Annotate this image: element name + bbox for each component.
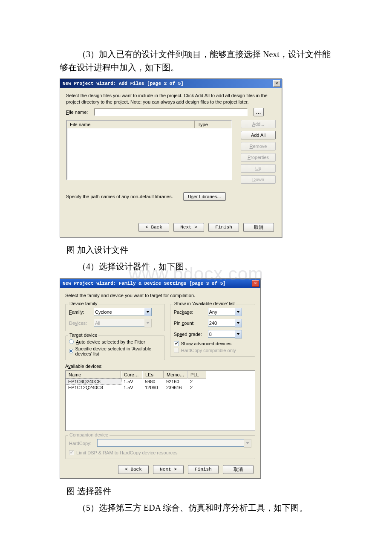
package-dropdown[interactable]: Any <box>208 308 242 316</box>
family-label: Family: <box>69 309 91 315</box>
pin-dropdown[interactable]: 240 <box>208 319 242 327</box>
hardcopy-label: HardCopy: <box>69 441 95 446</box>
addall-button[interactable]: Add All <box>241 131 276 139</box>
cell-name: EP1C12Q240C8 <box>66 384 121 390</box>
table-row[interactable]: EP1C6Q240C8 1.5V 5980 92160 2 <box>66 379 255 384</box>
user-libraries-button[interactable]: User Libraries... <box>183 192 226 201</box>
specific-device-label: Specific device selected in 'Available d… <box>75 346 161 356</box>
col-pll[interactable]: PLL <box>187 371 206 379</box>
dialog-title: New Project Wizard: Add Files [page 2 of… <box>63 81 184 86</box>
speed-label: Speed grade: <box>174 332 205 337</box>
pin-value: 240 <box>208 319 235 327</box>
filename-label: File name: <box>66 110 88 115</box>
down-button[interactable]: Down <box>241 175 276 184</box>
close-icon[interactable]: ✕ <box>252 280 259 287</box>
paragraph-4: （4）选择设计器件，如下图。 <box>60 260 332 273</box>
finish-button[interactable]: Finish <box>208 223 239 232</box>
device-family-group: Device family Family: Cyclone Devices: A… <box>65 304 165 331</box>
package-value: Any <box>208 308 235 315</box>
next-button[interactable]: Next > <box>173 223 204 232</box>
checkbox-icon <box>174 348 179 353</box>
cancel-button[interactable]: 取消 <box>223 465 254 474</box>
browse-button[interactable]: ... <box>254 108 264 116</box>
limit-dsp-label: Limit DSP & RAM to HardCopy device resou… <box>76 450 178 455</box>
col-filename[interactable]: File name <box>67 121 195 128</box>
radio-icon <box>69 349 73 353</box>
next-button[interactable]: Next > <box>153 465 184 474</box>
cell-pll: 2 <box>187 379 206 384</box>
available-devices-list[interactable]: Name Core v... LEs Memor... PLL EP1C6Q24… <box>65 370 255 431</box>
show-advanced-label: Show advanced devices <box>181 341 232 346</box>
devices-value: All <box>94 319 144 327</box>
paragraph-3: （3）加入已有的设计文件到项目，能够直接选择 Next，设计文件能够在设计进程中… <box>60 48 332 74</box>
auto-device-label: Auto device selected by the Fitter <box>76 339 145 344</box>
spec-label: Specify the path names of any non-defaul… <box>66 194 173 199</box>
cell-les: 12060 <box>142 384 164 390</box>
available-label: Available devices: <box>65 364 255 369</box>
properties-button[interactable]: Properties <box>241 153 276 162</box>
cell-core: 1.5V <box>121 384 142 390</box>
add-button[interactable]: Add... <box>241 120 276 128</box>
up-button[interactable]: Up <box>241 164 276 173</box>
dialog-title: New Project Wizard: Family & Device Sett… <box>63 281 226 286</box>
cell-core: 1.5V <box>121 379 142 384</box>
cell-mem: 239616 <box>164 384 187 390</box>
finish-button[interactable]: Finish <box>188 465 219 474</box>
col-name[interactable]: Name <box>66 371 121 379</box>
companion-legend: Companion device <box>68 432 110 437</box>
chevron-down-icon <box>144 319 152 327</box>
hardcopy-only-label: HardCopy compatible only <box>181 348 236 353</box>
titlebar: New Project Wizard: Add Files [page 2 of… <box>60 79 282 88</box>
chevron-down-icon[interactable] <box>144 308 152 316</box>
hardcopy-only-checkbox: HardCopy compatible only <box>174 348 251 353</box>
col-type[interactable]: Type <box>195 121 231 128</box>
devices-dropdown: All <box>94 319 152 327</box>
target-device-group: Target device Auto device selected by th… <box>65 335 165 360</box>
cancel-button[interactable]: 取消 <box>243 223 274 232</box>
checkbox-icon: ✔ <box>174 341 179 346</box>
titlebar: New Project Wizard: Family & Device Sett… <box>60 279 260 288</box>
side-buttons: Add... Add All Remove Properties Up Down <box>241 120 276 184</box>
checkbox-icon: ✔ <box>69 450 74 455</box>
show-in-group: Show in 'Available device' list Package:… <box>170 304 255 357</box>
limit-dsp-checkbox: ✔ Limit DSP & RAM to HardCopy device res… <box>69 450 251 455</box>
specific-device-radio[interactable]: Specific device selected in 'Available d… <box>69 346 161 356</box>
package-label: Package: <box>174 309 205 315</box>
col-core[interactable]: Core v... <box>121 371 142 379</box>
col-les[interactable]: LEs <box>142 371 164 379</box>
target-device-legend: Target device <box>68 332 98 338</box>
speed-dropdown[interactable]: 8 <box>208 330 242 338</box>
devices-label: Devices: <box>69 321 91 326</box>
intro-text: Select the design files you want to incl… <box>66 92 276 105</box>
col-mem[interactable]: Memor... <box>164 371 187 379</box>
speed-value: 8 <box>208 330 235 338</box>
show-advanced-checkbox[interactable]: ✔ Show advanced devices <box>174 341 251 346</box>
cell-mem: 92160 <box>164 379 187 384</box>
close-icon[interactable]: ✕ <box>273 80 280 87</box>
back-button[interactable]: < Back <box>138 223 169 232</box>
family-dropdown[interactable]: Cyclone <box>94 308 152 316</box>
cell-name: EP1C6Q240C8 <box>66 379 121 384</box>
files-listview[interactable]: File name Type <box>66 120 232 180</box>
device-list-header: Name Core v... LEs Memor... PLL <box>66 371 255 379</box>
remove-button[interactable]: Remove <box>241 142 276 150</box>
hardcopy-dropdown <box>97 439 251 448</box>
back-button[interactable]: < Back <box>118 465 149 474</box>
add-files-dialog: New Project Wizard: Add Files [page 2 of… <box>60 78 282 237</box>
chevron-down-icon[interactable] <box>235 330 242 338</box>
figure-caption-1: 图 加入设计文件 <box>60 243 332 257</box>
device-family-legend: Device family <box>68 301 98 306</box>
auto-device-radio[interactable]: Auto device selected by the Fitter <box>69 339 161 344</box>
show-in-legend: Show in 'Available device' list <box>173 301 236 306</box>
paragraph-5: （5）选择第三方 EDA 综合、仿真和时序分析工具，如下图。 <box>60 501 332 515</box>
chevron-down-icon[interactable] <box>235 308 242 316</box>
intro-text: Select the family and device you want to… <box>65 292 255 299</box>
cell-les: 5980 <box>142 379 164 384</box>
chevron-down-icon[interactable] <box>235 319 242 327</box>
figure-caption-2: 图 选择器件 <box>60 485 332 498</box>
companion-device-group: Companion device HardCopy: ✔ Limit DSP &… <box>65 435 255 459</box>
filename-input[interactable] <box>94 108 248 116</box>
cell-pll: 2 <box>187 384 206 390</box>
family-device-dialog: New Project Wizard: Family & Device Sett… <box>60 278 261 479</box>
table-row[interactable]: EP1C12Q240C8 1.5V 12060 239616 2 <box>66 384 255 390</box>
